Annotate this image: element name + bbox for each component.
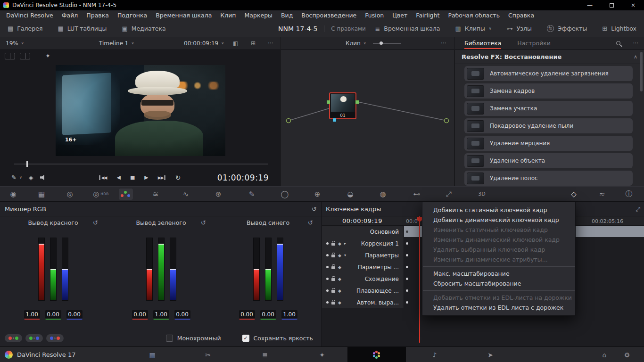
menu-timeline[interactable]: Временная шкала (151, 12, 216, 19)
media-pool-button[interactable]: ▣ Медиатека (114, 20, 173, 37)
green-channel-slider[interactable] (265, 238, 272, 301)
tracker-icon[interactable]: ⊕ (310, 187, 324, 201)
camera-raw-icon[interactable]: ◉ (6, 187, 20, 201)
page-fairlight-button[interactable]: ♪ (424, 347, 445, 362)
fx-list-item[interactable]: Замена участка (464, 101, 633, 116)
viewer-scrub-bar[interactable] (14, 164, 268, 165)
node-zoom-slider[interactable] (373, 43, 401, 44)
key-icon[interactable]: ⊷ (410, 187, 424, 201)
keyframe-marker[interactable] (406, 254, 408, 256)
keyframe-marker[interactable] (406, 289, 408, 292)
image-wipe-icon[interactable]: ◧ (233, 37, 238, 49)
color-picker-icon[interactable]: ✎ (11, 174, 17, 181)
red-channel-slider[interactable] (253, 238, 260, 301)
red-value-field[interactable]: 0.00 (132, 310, 148, 320)
lightbox-button[interactable]: ⊞ Lightbox (594, 20, 644, 37)
curves-icon[interactable]: ∿ (179, 187, 193, 201)
group-reset-icon[interactable]: ↺ (201, 219, 206, 226)
fx-list-item[interactable]: Удаление мерцания (464, 136, 633, 151)
page-edit-button[interactable]: ≣ (255, 347, 275, 362)
loop-button[interactable]: ↻ (175, 174, 181, 181)
keyframe-marker[interactable] (406, 301, 408, 304)
scrub-playhead[interactable] (26, 161, 28, 167)
menu-fairlight[interactable]: Fairlight (412, 12, 444, 19)
still-frame-icon[interactable] (5, 53, 15, 59)
red-channel-slider[interactable] (38, 238, 45, 301)
magic-wand-icon[interactable]: ✦ (45, 52, 50, 59)
menu-davinci-resolve[interactable]: DaVinci Resolve (2, 12, 58, 19)
preserve-luminance-checkbox[interactable]: ✓ Сохранить яркость (242, 335, 313, 342)
keyframe-marker[interactable] (406, 230, 408, 233)
lock-icon[interactable] (331, 266, 335, 269)
monochrome-checkbox[interactable]: Монохромный (166, 335, 221, 342)
track-corrector-1[interactable]: ◆ ▸ Коррекция 1 (322, 238, 404, 249)
split-screen-icon[interactable]: ⊞ (251, 37, 256, 49)
color-warper-icon[interactable]: ⊛ (211, 187, 225, 201)
timeline-select[interactable]: Timeline 1 ∨ (99, 37, 134, 49)
menu-workspace[interactable]: Рабочая область (444, 12, 504, 19)
menu-color[interactable]: Цвет (388, 12, 412, 19)
keyframe-marker[interactable] (406, 266, 408, 268)
fx-list-item[interactable]: Замена кадров (464, 83, 633, 99)
menu-file[interactable]: Файл (58, 12, 83, 19)
menu-item-delete-selected-keyframe[interactable]: Удалить выбранный ключевой кадр (422, 245, 575, 255)
gallery-button[interactable]: ▤ Галерея (0, 20, 50, 37)
node-mode-select[interactable]: Клип ∨ (346, 37, 366, 49)
playhead-line[interactable] (419, 216, 420, 343)
node-input-port[interactable] (327, 100, 330, 104)
menu-item-add-edl-marks[interactable]: Добавить отметки из EDL-листа на дорожки (422, 293, 575, 303)
enable-dot-icon[interactable] (326, 289, 329, 292)
gear-icon[interactable]: ⚙ (617, 347, 637, 362)
keyframe-diamond-icon[interactable]: ◆ (338, 288, 341, 293)
library-scrollbar[interactable] (640, 52, 643, 91)
library-options-icon[interactable]: ··· (633, 37, 638, 49)
slider-thumb[interactable] (380, 41, 383, 45)
last-frame-button[interactable]: ▶▶ (158, 175, 165, 180)
fx-list-item[interactable]: Автоматическое удаление загрязнения (464, 66, 633, 81)
swap-red-green-button[interactable]: › (5, 334, 22, 342)
clips-panel-button[interactable]: ▥ Клипы ∨ (447, 20, 499, 37)
fx-list-item[interactable]: Удаление объекта (464, 153, 633, 168)
lock-icon[interactable] (331, 290, 335, 293)
red-value-field[interactable]: 1.00 (24, 310, 40, 320)
green-value-field[interactable]: 0.00 (260, 310, 276, 320)
swap-green-blue-button[interactable]: › (25, 334, 43, 342)
lut-button[interactable]: ▦ LUT-таблицы (50, 20, 114, 37)
group-reset-icon[interactable]: ↺ (308, 219, 313, 226)
tab-library[interactable]: Библиотека (464, 37, 501, 49)
viewer-options-icon[interactable]: ··· (268, 37, 273, 49)
blue-channel-slider[interactable] (62, 238, 68, 301)
menu-item-change-static-keyframe[interactable]: Изменить статичный ключевой кадр (422, 225, 575, 235)
blue-value-field[interactable]: 1.00 (281, 310, 297, 320)
blur-icon[interactable]: ◍ (376, 187, 390, 201)
motion-effects-icon[interactable]: ≋ (149, 187, 163, 201)
chevron-down-icon[interactable]: ▾ (344, 253, 346, 257)
stereo-3d-icon[interactable]: 3D (475, 187, 489, 201)
keyframe-diamond-icon[interactable]: ◆ (338, 300, 341, 305)
color-wheels-icon[interactable]: ◎ (63, 187, 77, 201)
menu-item-add-static-keyframe[interactable]: Добавить статичный ключевой кадр (422, 205, 575, 215)
blue-channel-slider[interactable] (170, 238, 176, 301)
track-parameters[interactable]: ◆ ▾ Параметры (322, 249, 404, 261)
menu-item-change-dynamic-attributes[interactable]: Изменить динамические атрибуты... (422, 255, 575, 264)
keyframe-diamond-icon[interactable]: ◆ (338, 241, 341, 246)
qualifier-icon[interactable]: ✎ (245, 187, 259, 201)
speaker-icon[interactable] (40, 175, 46, 181)
menu-fusion[interactable]: Fusion (361, 12, 388, 19)
keyframe-marker[interactable] (406, 278, 408, 280)
wipe-modes-icon[interactable]: ◈ (29, 174, 33, 181)
menu-item-add-dynamic-keyframe[interactable]: Добавить динамический ключевой кадр (422, 215, 575, 225)
page-fusion-button[interactable]: ✦ (312, 347, 332, 362)
menu-markers[interactable]: Маркеры (240, 12, 277, 19)
green-value-field[interactable]: 0.00 (45, 310, 61, 320)
page-cut-button[interactable]: ✂ (198, 347, 218, 362)
swap-blue-red-button[interactable]: › (46, 334, 64, 342)
picker-chevron-icon[interactable]: ∨ (19, 175, 22, 180)
collapse-section-icon[interactable]: ∧ (634, 54, 637, 60)
blue-value-field[interactable]: 0.00 (174, 310, 190, 320)
track-auto-align[interactable]: ◆ Автом. выра... (322, 296, 404, 308)
enable-dot-icon[interactable] (326, 301, 329, 304)
viewer-zoom-select[interactable]: 19% ∨ (6, 37, 24, 49)
home-icon[interactable]: ⌂ (594, 347, 615, 362)
scopes-icon[interactable]: ≈ (595, 187, 609, 201)
